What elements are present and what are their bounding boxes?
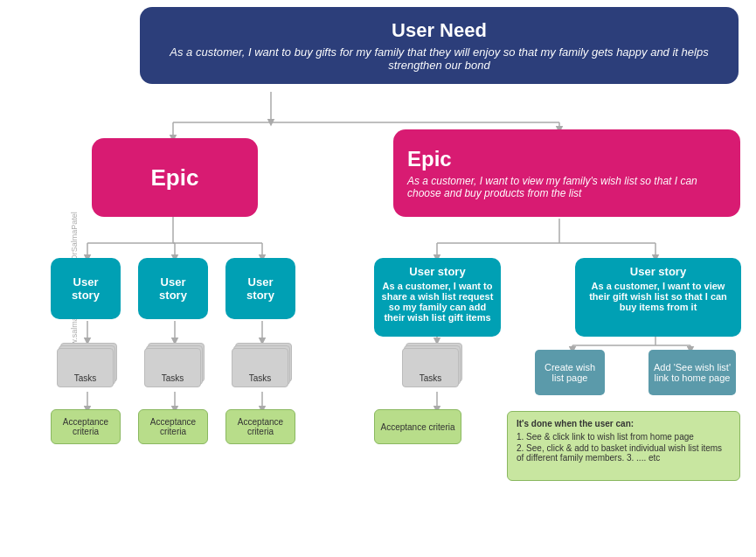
tasks-card-3c: Tasks	[232, 348, 288, 387]
epic-left-title: Epic	[151, 164, 199, 191]
us-simple-3-label: Userstory	[246, 275, 274, 302]
create-wish-list-card: Create wish list page	[535, 350, 605, 395]
acceptance-label-1: Acceptance criteria	[55, 417, 116, 436]
done-box-title: It's done when the user can:	[517, 419, 731, 428]
user-story-detailed-1: User story As a customer, I want to shar…	[374, 258, 501, 337]
us-detailed-1-title: User story	[381, 265, 494, 278]
us-detailed-2-desc: As a customer, I want to view their gift…	[582, 281, 734, 312]
acceptance-2: Acceptance criteria	[138, 409, 208, 444]
epic-right-title: Epic	[407, 147, 726, 171]
tasks-label-4: Tasks	[420, 373, 442, 383]
us-simple-1-label: Userstory	[72, 275, 100, 302]
create-wish-list-label: Create wish list page	[539, 362, 600, 383]
user-story-detailed-2: User story As a customer, I want to view…	[575, 258, 741, 337]
user-need-box: User Need As a customer, I want to buy g…	[140, 7, 739, 84]
epic-right-desc: As a customer, I want to view my family'…	[407, 175, 726, 199]
add-see-wish-list-card: Add 'See wish list' link to home page	[648, 350, 736, 395]
done-box: It's done when the user can: 1. See & cl…	[507, 411, 740, 481]
tasks-card-2c: Tasks	[144, 348, 201, 387]
user-story-simple-3: Userstory	[225, 258, 295, 319]
user-need-title: User Need	[166, 19, 712, 42]
epic-right: Epic As a customer, I want to view my fa…	[393, 129, 740, 217]
tasks-card-4c: Tasks	[402, 348, 459, 387]
tasks-label-2: Tasks	[162, 373, 184, 383]
done-box-item-2: 2. See, click & add to basket individual…	[517, 443, 731, 463]
tasks-card-1c: Tasks	[57, 348, 114, 387]
done-box-item-1: 1. See & click link to wish list from ho…	[517, 432, 731, 442]
acceptance-label-3: Acceptance criteria	[230, 417, 291, 436]
acceptance-4: Acceptance criteria	[374, 409, 461, 444]
user-story-simple-2: Userstory	[138, 258, 208, 319]
tasks-label-1: Tasks	[74, 373, 97, 383]
diagram-container: www.salmapatel.co.uk T: @DrSalmaPatel	[0, 0, 756, 557]
acceptance-3: Acceptance criteria	[225, 409, 295, 444]
acceptance-1: Acceptance criteria	[51, 409, 121, 444]
user-story-simple-1: Userstory	[51, 258, 121, 319]
epic-left: Epic	[92, 138, 258, 217]
us-detailed-2-title: User story	[582, 265, 734, 278]
acceptance-label-2: Acceptance criteria	[142, 417, 204, 436]
us-simple-2-label: Userstory	[159, 275, 187, 302]
tasks-label-3: Tasks	[249, 373, 272, 383]
us-detailed-1-desc: As a customer, I want to share a wish li…	[381, 281, 494, 323]
acceptance-label-4: Acceptance criteria	[380, 422, 454, 432]
add-see-wish-list-label: Add 'See wish list' link to home page	[653, 362, 732, 383]
user-need-subtitle: As a customer, I want to buy gifts for m…	[166, 45, 712, 72]
